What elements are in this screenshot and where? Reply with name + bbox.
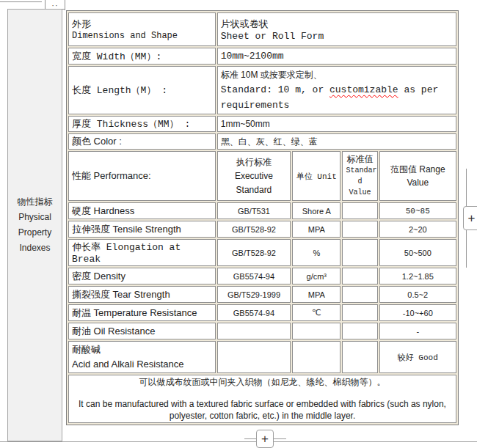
cell-standard[interactable]: GB5574-94 xyxy=(217,268,291,284)
side-panel-line: 物性指标 xyxy=(18,194,53,210)
property-name: 撕裂强度 Tear Strength xyxy=(72,289,170,300)
row-elongation: 伸长率 Elongation at Break GB/T528-92 % 50~… xyxy=(68,239,456,266)
cell-header-range[interactable]: 范围值 Range Value xyxy=(379,151,456,201)
row-temperature: 耐温 Temperature Resistance GB5574-94 ℃ -1… xyxy=(68,304,456,321)
unit-value: MPA xyxy=(308,290,325,299)
cell-note[interactable]: 可以做成布纹面或中间夹入织物（如尼龙、绦纶、棉织物等）。 It can be m… xyxy=(68,375,456,423)
cell-header-std-value[interactable]: 标准值 Standar d Value xyxy=(342,151,377,201)
cell-length-value[interactable]: 标准 10M 或按要求定制、 Standard: 10 m, or custom… xyxy=(217,66,456,114)
cell-name[interactable]: 伸长率 Elongation at Break xyxy=(68,239,216,266)
cell-range[interactable]: 50~500 xyxy=(379,239,456,266)
header-standard-en2: Standard xyxy=(221,183,287,197)
cell-std-value[interactable] xyxy=(342,304,377,321)
cell-header-unit[interactable]: 单位 Unit xyxy=(292,151,341,201)
shape-label-en: Dimensions and Shape xyxy=(72,31,212,41)
cell-range[interactable]: -10~+60 xyxy=(379,304,456,321)
cell-std-value[interactable] xyxy=(342,202,377,219)
cell-unit[interactable]: MPA xyxy=(292,286,341,303)
unit-value: g/cm³ xyxy=(307,272,327,281)
cell-width-label[interactable]: 宽度 Width（MM）: xyxy=(68,48,216,65)
cell-unit[interactable]: g/cm³ xyxy=(292,268,341,284)
add-row-button[interactable]: + xyxy=(256,430,274,448)
color-label: 颜色 Color : xyxy=(72,136,122,147)
property-name: 耐温 Temperature Resistance xyxy=(72,307,197,318)
cell-std-value[interactable] xyxy=(342,323,377,339)
cell-color-label[interactable]: 颜色 Color : xyxy=(68,133,216,150)
cell-standard[interactable]: GB/T531 xyxy=(217,202,291,219)
row-performance-header: 性能 Performance: 执行标准 Executive Standard … xyxy=(68,151,456,201)
range-value: - xyxy=(416,327,419,336)
cell-thickness-value[interactable]: 1mm~50mm xyxy=(217,116,456,132)
cell-shape-label[interactable]: 外形 Dimensions and Shape xyxy=(68,12,216,46)
cell-unit[interactable]: ℃ xyxy=(292,304,341,321)
cell-range[interactable]: 0.5~2 xyxy=(379,286,456,303)
standard-value: GB5574-94 xyxy=(233,309,274,317)
cell-unit[interactable] xyxy=(292,323,341,339)
cell-standard[interactable]: GB/T528-92 xyxy=(217,239,291,266)
property-name: 密度 Density xyxy=(72,271,125,282)
cell-std-value[interactable] xyxy=(342,286,377,303)
side-panel-physical-indexes[interactable]: 物性指标 Physical Property Indexes xyxy=(7,9,62,441)
cell-range[interactable]: 较好 Good xyxy=(379,341,456,373)
row-density: 密度 Density GB5574-94 g/cm³ 1.2~1.85 xyxy=(68,268,456,284)
width-label: 宽度 Width（MM）: xyxy=(72,51,161,62)
cell-name[interactable]: 硬度 Hardness xyxy=(68,202,216,219)
property-name: 硬度 Hardness xyxy=(72,205,134,216)
cell-unit[interactable]: Shore A xyxy=(292,202,341,219)
cell-standard[interactable] xyxy=(217,341,291,373)
header-standard-zh: 执行标准 xyxy=(221,155,287,169)
range-value: 50~85 xyxy=(406,207,430,216)
cell-name[interactable]: 耐酸碱 Acid and Alkali Resistance xyxy=(68,341,216,373)
cell-name[interactable]: 密度 Density xyxy=(68,268,216,284)
cell-name[interactable]: 撕裂强度 Tear Strength xyxy=(68,286,216,303)
cell-range[interactable]: 1.2~1.85 xyxy=(379,268,456,284)
length-value-zh: 标准 10M 或按要求定制、 xyxy=(221,67,453,82)
row-acid-alkali: 耐酸碱 Acid and Alkali Resistance 较好 Good xyxy=(68,341,456,373)
cell-std-value[interactable] xyxy=(342,221,377,238)
header-standard-en1: Executive xyxy=(221,169,287,183)
cell-shape-value[interactable]: 片状或卷状 Sheet or Roll Form xyxy=(217,12,456,46)
cell-range[interactable]: 50~85 xyxy=(379,202,456,219)
property-name: 伸长率 Elongation at Break xyxy=(72,242,181,265)
cell-standard[interactable]: GB/T528-92 xyxy=(217,221,291,238)
performance-label: 性能 Performance: xyxy=(72,170,151,181)
range-value: 较好 Good xyxy=(398,353,438,362)
cell-unit[interactable] xyxy=(292,341,341,373)
standard-value: GB/T531 xyxy=(238,207,270,216)
cell-performance-label[interactable]: 性能 Performance: xyxy=(68,151,216,201)
cell-std-value[interactable] xyxy=(342,239,377,266)
cell-standard[interactable]: GB5574-94 xyxy=(217,304,291,321)
cell-header-standard[interactable]: 执行标准 Executive Standard xyxy=(217,151,291,201)
unit-value: Shore A xyxy=(302,207,331,216)
range-value: 0.5~2 xyxy=(407,290,428,299)
cell-name[interactable]: 耐油 Oil Resistance xyxy=(68,323,216,339)
cell-unit[interactable]: % xyxy=(292,239,341,266)
cell-std-value[interactable] xyxy=(342,341,377,373)
add-column-button[interactable]: + xyxy=(463,206,477,230)
cell-range[interactable]: - xyxy=(379,323,456,339)
cell-length-label[interactable]: 长度 Length（M） : xyxy=(68,66,216,114)
cell-std-value[interactable] xyxy=(342,268,377,284)
row-oil: 耐油 Oil Resistance - xyxy=(68,323,456,339)
thickness-value: 1mm~50mm xyxy=(221,119,270,129)
cell-standard[interactable]: GB/T529-1999 xyxy=(217,286,291,303)
header-std-value-en1: Standar xyxy=(346,165,374,176)
standard-value: GB/T529-1999 xyxy=(227,290,280,299)
width-value: 10mm~2100mm xyxy=(221,51,284,62)
note-spacer xyxy=(72,389,453,398)
cell-name[interactable]: 拉伸强度 Tensile Strength xyxy=(68,221,216,238)
thickness-label: 厚度 Thickness（MM） : xyxy=(72,119,190,130)
top-edge-line xyxy=(0,1,42,2)
cell-name[interactable]: 耐温 Temperature Resistance xyxy=(68,304,216,321)
cell-range[interactable]: 2~20 xyxy=(379,221,456,238)
cell-width-value[interactable]: 10mm~2100mm xyxy=(217,48,456,65)
row-shape: 外形 Dimensions and Shape 片状或卷状 Sheet or R… xyxy=(68,12,456,46)
cell-color-value[interactable]: 黑、白、灰、红、绿、蓝 xyxy=(217,133,456,150)
length-value-en: Standard: 10 m, or customizable as per r… xyxy=(221,84,438,111)
cell-unit[interactable]: MPA xyxy=(292,221,341,238)
row-hardness: 硬度 Hardness GB/T531 Shore A 50~85 xyxy=(68,202,456,219)
cell-thickness-label[interactable]: 厚度 Thickness（MM） : xyxy=(68,116,216,132)
side-panel-line: Physical xyxy=(18,210,51,225)
standard-value: GB5574-94 xyxy=(233,272,274,281)
cell-standard[interactable] xyxy=(217,323,291,339)
